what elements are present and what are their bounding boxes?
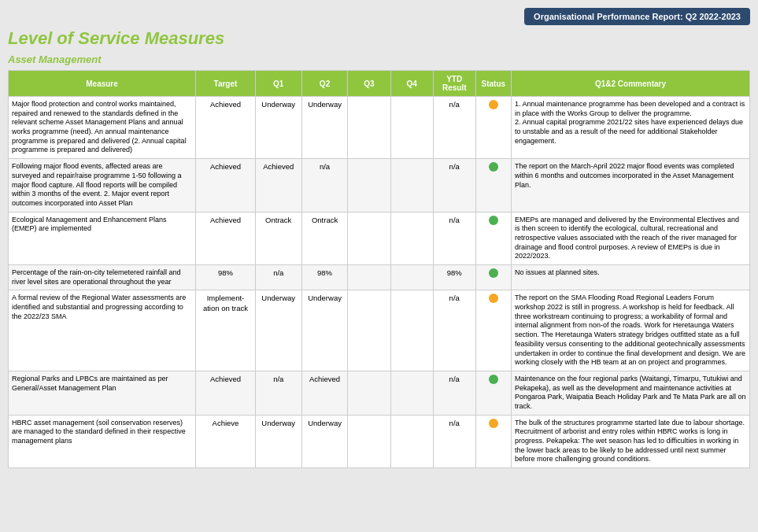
cell-q4: [390, 97, 433, 159]
table-row: Major flood protection and control works…: [9, 97, 750, 159]
cell-q3: [348, 290, 390, 371]
cell-q1: Underway: [255, 415, 301, 467]
cell-target: Achieved: [196, 371, 256, 415]
cell-status: [475, 290, 511, 371]
cell-q2: Underway: [301, 415, 348, 467]
cell-target: 98%: [196, 265, 256, 290]
status-dot: [489, 294, 498, 303]
cell-q3: [348, 265, 390, 290]
cell-q2: Underway: [301, 97, 348, 159]
cell-commentary: EMEPs are managed and delivered by the E…: [511, 212, 749, 264]
cell-q4: [390, 212, 433, 264]
cell-measure: Major flood protection and control works…: [9, 97, 196, 159]
cell-ytd: n/a: [433, 290, 475, 371]
cell-q1: n/a: [255, 371, 301, 415]
cell-q3: [348, 159, 390, 212]
cell-q1: Achieved: [255, 159, 301, 212]
cell-q1: Underway: [255, 290, 301, 371]
col-header-q2: Q2: [301, 71, 348, 97]
cell-q4: [390, 415, 433, 467]
status-dot: [489, 419, 498, 428]
cell-commentary: Maintenance on the four regional parks (…: [511, 371, 749, 415]
col-header-ytd: YTD Result: [433, 71, 475, 97]
cell-status: [475, 212, 511, 264]
cell-q1: n/a: [255, 265, 301, 290]
section-title: Asset Management: [8, 54, 750, 65]
table-row: HBRC asset management (soil conservation…: [9, 415, 750, 467]
cell-commentary: The report on the March-April 2022 major…: [511, 159, 749, 212]
top-badge: Organisational Performance Report: Q2 20…: [524, 8, 750, 25]
table-row: A formal review of the Regional Water as…: [9, 290, 750, 371]
cell-measure: Ecological Management and Enhancement Pl…: [9, 212, 196, 264]
cell-measure: Percentage of the rain-on-city telemeter…: [9, 265, 196, 290]
cell-status: [475, 371, 511, 415]
col-header-q1: Q1: [255, 71, 301, 97]
cell-ytd: n/a: [433, 212, 475, 264]
cell-q3: [348, 97, 390, 159]
status-dot: [489, 375, 498, 384]
cell-q1: Underway: [255, 97, 301, 159]
cell-ytd: n/a: [433, 97, 475, 159]
cell-status: [475, 159, 511, 212]
cell-ytd: n/a: [433, 371, 475, 415]
cell-measure: Following major flood events, affected a…: [9, 159, 196, 212]
status-dot: [489, 216, 498, 225]
cell-measure: HBRC asset management (soil conservation…: [9, 415, 196, 467]
status-dot: [489, 162, 498, 172]
cell-status: [475, 265, 511, 290]
cell-target: Achieved: [196, 159, 256, 212]
cell-status: [475, 97, 511, 159]
col-header-measure: Measure: [9, 71, 196, 97]
cell-q2: n/a: [301, 159, 348, 212]
status-dot: [489, 268, 498, 278]
cell-q4: [390, 265, 433, 290]
table-row: Percentage of the rain-on-city telemeter…: [9, 265, 750, 290]
cell-q4: [390, 159, 433, 212]
cell-q3: [348, 371, 390, 415]
cell-q2: Achieved: [301, 371, 348, 415]
table-row: Following major flood events, affected a…: [9, 159, 750, 212]
col-header-q3: Q3: [348, 71, 390, 97]
table-row: Regional Parks and LPBCs are maintained …: [9, 371, 750, 415]
cell-q1: Ontrack: [255, 212, 301, 264]
cell-q2: Underway: [301, 290, 348, 371]
cell-commentary: The bulk of the structures programme sta…: [511, 415, 749, 467]
col-header-q4: Q4: [390, 71, 433, 97]
cell-q4: [390, 371, 433, 415]
table-row: Ecological Management and Enhancement Pl…: [9, 212, 750, 264]
cell-q2: 98%: [301, 265, 348, 290]
cell-ytd: n/a: [433, 415, 475, 467]
cell-q4: [390, 290, 433, 371]
cell-ytd: n/a: [433, 159, 475, 212]
cell-q2: Ontrack: [301, 212, 348, 264]
cell-commentary: No issues at planned sites.: [511, 265, 749, 290]
cell-commentary: The report on the SMA Flooding Road Regi…: [511, 290, 749, 371]
col-header-commentary: Q1&2 Commentary: [511, 71, 749, 97]
performance-table: Measure Target Q1 Q2 Q3 Q4 YTD Result St…: [8, 70, 750, 468]
cell-q3: [348, 212, 390, 264]
cell-target: Achieved: [196, 212, 256, 264]
cell-q3: [348, 415, 390, 467]
cell-measure: Regional Parks and LPBCs are maintained …: [9, 371, 196, 415]
cell-measure: A formal review of the Regional Water as…: [9, 290, 196, 371]
cell-target: Achieved: [196, 97, 256, 159]
cell-target: Achieve: [196, 415, 256, 467]
cell-target: Implement-ation on track: [196, 290, 256, 371]
cell-status: [475, 415, 511, 467]
col-header-target: Target: [196, 71, 256, 97]
cell-commentary: 1. Annual maintenance programme has been…: [511, 97, 749, 159]
cell-ytd: 98%: [433, 265, 475, 290]
col-header-status: Status: [475, 71, 511, 97]
status-dot: [489, 100, 498, 109]
page-title: Level of Service Measures: [8, 28, 750, 49]
